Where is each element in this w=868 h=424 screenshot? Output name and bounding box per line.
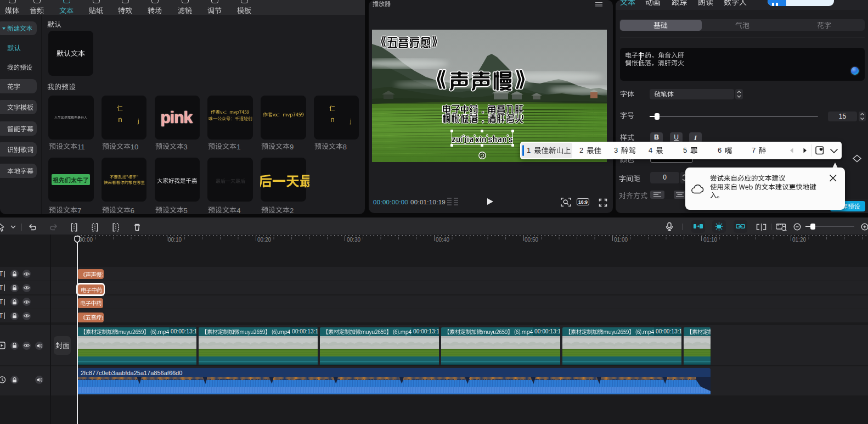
svg-text:T: T — [0, 284, 3, 292]
svg-text:T: T — [0, 298, 3, 306]
svg-text:T: T — [0, 270, 3, 278]
svg-text:T: T — [0, 312, 3, 320]
